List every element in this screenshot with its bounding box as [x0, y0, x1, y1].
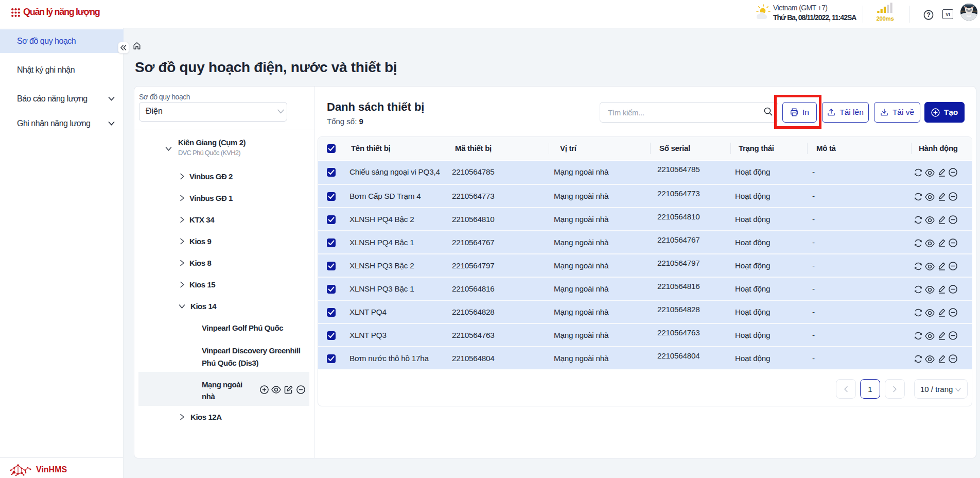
svg-text:?: ? [926, 11, 931, 19]
